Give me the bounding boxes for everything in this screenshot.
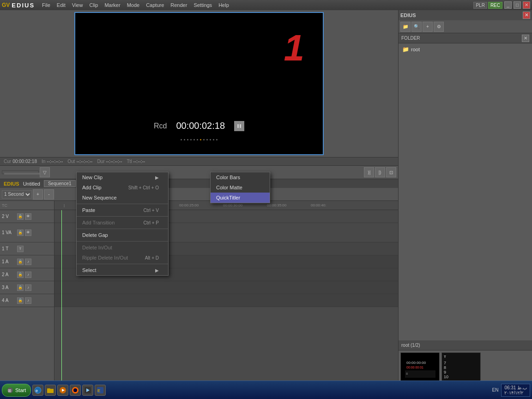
edius-brand: EDIUS: [12, 2, 35, 9]
ctx-add-clip[interactable]: Add Clip Shift + Ctrl + O: [77, 182, 168, 193]
folder-content: 📁 root: [399, 43, 532, 340]
ctx-select[interactable]: Select ▶: [77, 265, 168, 275]
menu-marker[interactable]: Marker: [102, 1, 123, 9]
v1-lock[interactable]: 🔒: [17, 230, 24, 236]
pause-button[interactable]: [234, 121, 244, 131]
menu-help[interactable]: Help: [216, 1, 232, 9]
edius-project-bar: EDIUS Untitled Sequence1: [0, 179, 398, 188]
ttl-label: Ttl: [127, 159, 132, 164]
right-tb-folder[interactable]: 📁: [400, 22, 411, 32]
preview-scrubber[interactable]: [75, 139, 323, 140]
folder-close-btn[interactable]: ✕: [522, 35, 529, 42]
paste-shortcut: Ctrl + V: [143, 208, 159, 213]
a1-audio[interactable]: ♪: [25, 259, 31, 265]
right-title-bar: EDIUS ✕: [399, 10, 532, 20]
preview-number: 1: [284, 27, 305, 69]
right-tb-add[interactable]: +: [423, 22, 433, 32]
right-tb-settings[interactable]: ⚙: [434, 22, 444, 32]
left-panel: 1 Rcd 00:00:02:18: [0, 10, 398, 399]
menu-edit[interactable]: Edit: [54, 1, 68, 9]
taskbar-ie[interactable]: e: [32, 385, 43, 396]
plr-badge: PLR: [473, 2, 487, 9]
add-transition-shortcut: Ctrl + P: [143, 220, 159, 225]
ctx-paste[interactable]: Paste Ctrl + V: [77, 205, 168, 215]
taskbar-edius[interactable]: E: [95, 385, 106, 396]
menu-capture[interactable]: Capture: [143, 1, 167, 9]
taskbar-firefox[interactable]: [70, 385, 81, 396]
track-header-v1: 1 VA 🔒 👁: [0, 223, 54, 242]
project-name: Untitled: [23, 181, 40, 187]
right-panel: EDIUS ✕ 📁 🔍 + ⚙ FOLDER ✕ 📁 root: [398, 10, 532, 399]
right-tb-search[interactable]: 🔍: [411, 22, 422, 32]
a4-audio[interactable]: ♪: [25, 297, 31, 304]
v2-vis[interactable]: 👁: [25, 213, 31, 220]
v2-lock[interactable]: 🔒: [17, 213, 24, 220]
timeline-ruler-row: TC | 00:00:15:00 00:00:20:00 00:00:25:00…: [0, 201, 398, 210]
new-clip-submenu: Color Bars Color Matte QuickTitler: [210, 172, 270, 203]
preview-window: 1 Rcd 00:00:02:18: [74, 12, 324, 155]
tb-btn-1[interactable]: ⟩|: [364, 167, 374, 177]
svg-point-15: [73, 388, 77, 392]
out-label: Out: [67, 159, 75, 164]
submenu-quick-titler[interactable]: QuickTitler: [211, 193, 270, 203]
menu-mode[interactable]: Mode: [124, 1, 143, 9]
a3-audio[interactable]: ♪: [25, 284, 31, 291]
menu-clip[interactable]: Clip: [86, 1, 101, 9]
sequence-tab[interactable]: Sequence1: [44, 180, 76, 187]
v1-label: 1 VA: [2, 230, 16, 235]
start-button[interactable]: ⊞ Start: [2, 384, 31, 397]
track-header-v2: 2 V 🔒 👁: [0, 210, 54, 223]
marker-button[interactable]: ▽: [40, 167, 50, 177]
menu-settings[interactable]: Settings: [191, 1, 215, 9]
v2-label: 2 V: [2, 214, 16, 219]
right-panel-close[interactable]: ✕: [523, 12, 530, 19]
zoom-out[interactable]: -: [44, 189, 54, 200]
t1-label: 1 T: [2, 246, 16, 251]
taskbar-folder[interactable]: [45, 385, 56, 396]
ripple-delete-shortcut: Alt + D: [145, 255, 159, 260]
tb-btn-3[interactable]: ⊡: [386, 167, 396, 177]
a1-lock[interactable]: 🔒: [17, 259, 24, 265]
in-tc: --:--:--:--: [47, 159, 63, 164]
ctx-delete-gap[interactable]: Delete Gap: [77, 230, 168, 240]
language-indicator: EN: [492, 387, 499, 393]
submenu-color-bars[interactable]: Color Bars: [211, 172, 270, 182]
edius-logo-bottom: EDIUS: [4, 181, 19, 187]
menu-view[interactable]: View: [69, 1, 86, 9]
cur-label: Cur: [4, 159, 11, 164]
ctx-new-sequence[interactable]: New Sequence: [77, 193, 168, 203]
taskbar-media[interactable]: [57, 385, 68, 396]
v1-vis[interactable]: 👁: [25, 230, 31, 236]
a3-label: 3 A: [2, 285, 16, 290]
ctx-new-clip[interactable]: New Clip ▶: [77, 172, 168, 182]
close-button[interactable]: ✕: [523, 1, 530, 9]
time-scale-select[interactable]: 1 Second: [2, 190, 32, 199]
maximize-button[interactable]: □: [514, 1, 521, 9]
svg-rect-4: [405, 370, 435, 378]
title-bar-right: PLR REC _ □ ✕: [473, 1, 530, 9]
t1-btn[interactable]: T: [17, 246, 24, 252]
rcd-label: Rcd: [154, 122, 167, 130]
a3-lock[interactable]: 🔒: [17, 284, 24, 291]
a2-audio[interactable]: ♪: [25, 272, 31, 278]
toolbar-strip: ▽ ⟩| |⟩ ⊡: [0, 165, 398, 179]
start-label: Start: [15, 387, 26, 393]
menu-render[interactable]: Render: [168, 1, 190, 9]
tb-btn-2[interactable]: |⟩: [375, 167, 385, 177]
playhead: [61, 210, 62, 385]
folder-item-root[interactable]: 📁 root: [400, 45, 530, 54]
timecode-display: 00:00:02:18: [176, 121, 225, 131]
zoom-in[interactable]: +: [33, 189, 43, 200]
submenu-color-matte[interactable]: Color Matte: [211, 182, 270, 193]
folder-header: FOLDER ✕: [399, 33, 532, 43]
svg-text:00:00:00:01: 00:00:00:01: [406, 366, 423, 369]
taskbar-media2[interactable]: [82, 385, 93, 396]
taskbar-right: EN 06:31 ب.ظ ۲۰۱۴/۱۲/۲: [492, 384, 531, 397]
clip-thumb-seq1: 00:00:00:00 00:00:00:01 ≡: [400, 352, 440, 382]
a2-lock[interactable]: 🔒: [17, 272, 24, 278]
minimize-button[interactable]: _: [504, 1, 512, 9]
a4-lock[interactable]: 🔒: [17, 297, 24, 304]
a4-label: 4 A: [2, 298, 16, 303]
menu-file[interactable]: File: [39, 1, 53, 9]
preview-section: 1 Rcd 00:00:02:18: [0, 10, 398, 157]
